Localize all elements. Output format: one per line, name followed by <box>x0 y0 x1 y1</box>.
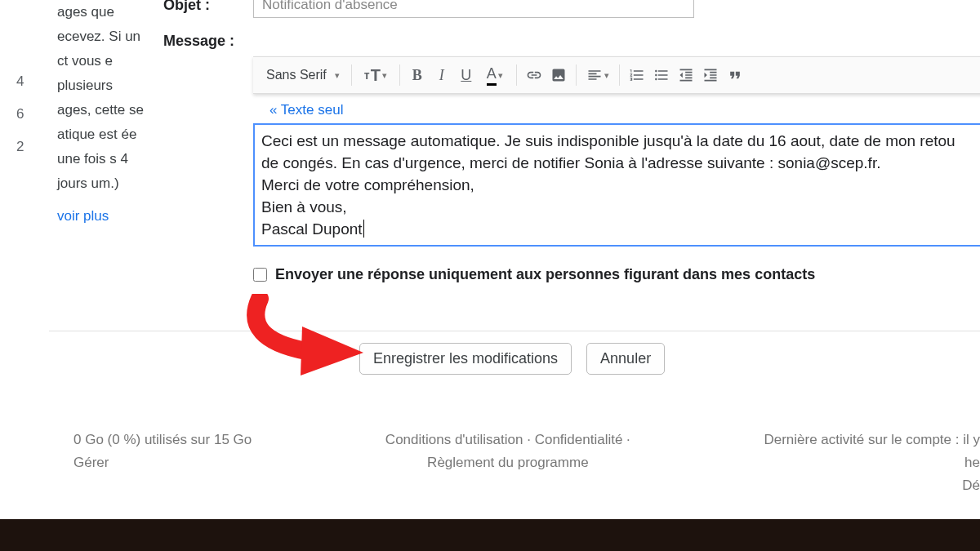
subject-input[interactable] <box>253 0 694 18</box>
sidebar-fragment: 4 6 2 ages que ecevez. Si un ct vous e p… <box>0 0 147 351</box>
italic-icon[interactable]: I <box>431 63 452 87</box>
editor-line: Merci de votre compréhension, <box>261 174 980 196</box>
editor-line: Pascal Dupont <box>261 218 980 240</box>
indent-more-icon[interactable] <box>700 63 721 87</box>
font-family-selector[interactable]: Sans Serif ▾ <box>261 68 345 82</box>
count-1: 4 <box>16 65 24 98</box>
bold-icon[interactable]: B <box>407 63 428 87</box>
numbered-list-icon[interactable] <box>626 63 648 87</box>
text-color-icon[interactable]: A ▾ <box>480 63 510 87</box>
action-buttons: Enregistrer les modifications Annuler <box>359 343 665 375</box>
text-cursor <box>363 220 364 238</box>
contacts-only-checkbox[interactable] <box>253 268 267 282</box>
message-editor[interactable]: Ceci est un message automatique. Je suis… <box>253 123 980 247</box>
underline-icon[interactable]: U <box>456 63 477 87</box>
bottom-band <box>0 519 980 551</box>
editor-toolbar: Sans Serif ▾ тT ▾ B I U A ▾ ▾ <box>253 56 980 94</box>
editor-line: Ceci est un message automatique. Je suis… <box>261 130 980 152</box>
sidebar-counts: 4 6 2 <box>16 65 24 163</box>
manage-link[interactable]: Gérer <box>74 451 252 474</box>
align-icon[interactable]: ▾ <box>583 63 612 87</box>
subject-label: Objet : <box>163 0 253 14</box>
font-size-icon[interactable]: тT ▾ <box>359 63 393 87</box>
editor-line: de congés. En cas d'urgence, merci de no… <box>261 152 980 174</box>
count-3: 2 <box>16 131 24 163</box>
footer-links: Conditions d'utilisation · Confidentiali… <box>385 429 630 497</box>
message-label: Message : <box>163 33 253 50</box>
page-footer: 0 Go (0 %) utilisés sur 15 Go Gérer Cond… <box>74 429 980 497</box>
plaintext-toggle-link[interactable]: « Texte seul <box>270 102 980 118</box>
indent-less-icon[interactable] <box>675 63 697 87</box>
cancel-button[interactable]: Annuler <box>586 343 665 375</box>
footer-storage: 0 Go (0 %) utilisés sur 15 Go Gérer <box>74 429 252 497</box>
chevron-down-icon: ▾ <box>604 70 609 81</box>
chevron-down-icon: ▾ <box>382 70 387 81</box>
annotation-arrow <box>245 294 376 384</box>
section-divider <box>49 331 980 331</box>
count-2: 6 <box>16 98 24 131</box>
chevron-down-icon: ▾ <box>335 70 340 81</box>
contacts-only-label: Envoyer une réponse uniquement aux perso… <box>275 266 815 283</box>
bullet-list-icon[interactable] <box>651 63 672 87</box>
quote-icon[interactable] <box>724 63 746 87</box>
vacation-responder-form: Objet : Message : Sans Serif ▾ тT ▾ B I … <box>163 0 980 283</box>
see-more-link[interactable]: voir plus <box>57 204 147 229</box>
footer-activity: Dernière activité sur le compte : il y h… <box>764 429 980 497</box>
sidebar-help-text: ages que ecevez. Si un ct vous e plusieu… <box>57 0 147 229</box>
chevron-down-icon: ▾ <box>498 70 503 81</box>
link-icon[interactable] <box>523 63 545 87</box>
editor-line: Bien à vous, <box>261 196 980 218</box>
save-button[interactable]: Enregistrer les modifications <box>359 343 572 375</box>
image-icon[interactable] <box>548 63 569 87</box>
